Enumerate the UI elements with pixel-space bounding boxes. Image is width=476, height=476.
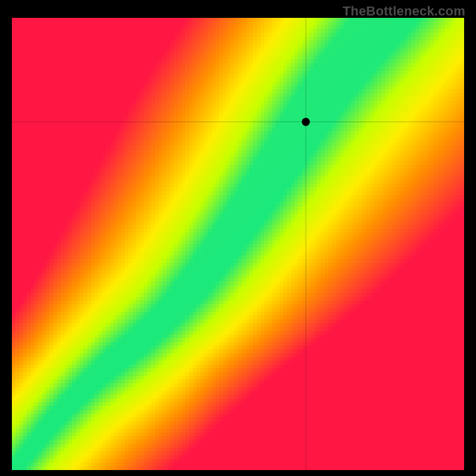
watermark-text: TheBottleneck.com [343, 4, 465, 19]
heatmap-canvas [12, 18, 464, 470]
chart-container: TheBottleneck.com [0, 0, 476, 476]
